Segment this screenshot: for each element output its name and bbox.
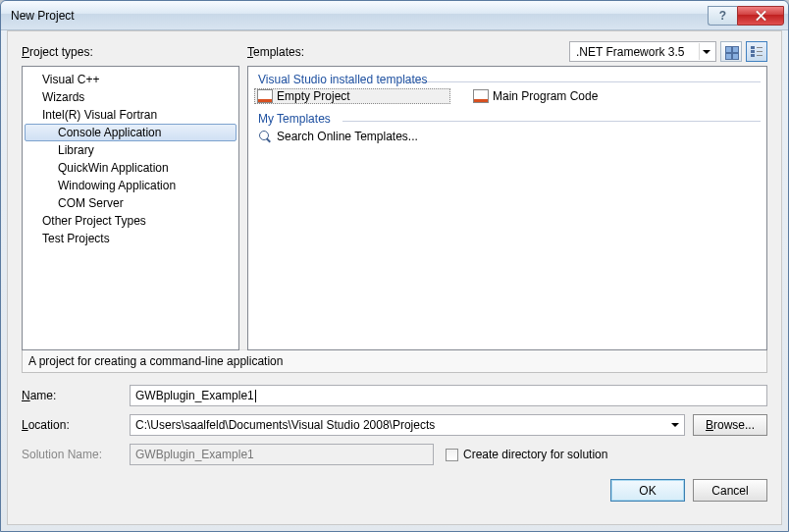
template-label: Main Program Code [493,89,598,103]
chevron-down-icon [699,43,713,60]
cancel-button[interactable]: Cancel [693,479,767,502]
name-input[interactable]: GWBplugin_Example1 [130,385,767,406]
location-combo[interactable]: C:\Users\saalfeld\Documents\Visual Studi… [130,414,685,436]
ok-button[interactable]: OK [610,479,685,502]
template-item-selected[interactable]: Empty Project [254,88,450,104]
description-bar: A project for creating a command-line ap… [22,349,767,373]
templates-pane[interactable]: Visual Studio installed templates Empty … [247,66,767,350]
search-icon [257,129,273,144]
project-types-label: Project types: [22,45,93,59]
tree-item[interactable]: Intel(R) Visual Fortran [25,106,237,124]
grid-icon [725,46,737,58]
solution-name-input: GWBplugin_Example1 [130,444,434,465]
titlebar[interactable]: New Project [1,1,788,30]
create-directory-checkbox[interactable] [446,449,458,461]
tree-item[interactable]: Test Projects [25,230,237,247]
template-item-search-online[interactable]: Search Online Templates... [254,128,450,145]
template-label: Search Online Templates... [277,130,418,143]
create-directory-label: Create directory for solution [463,448,607,461]
view-large-icons-button[interactable] [720,41,742,62]
tree-item[interactable]: COM Server [25,194,237,212]
framework-selected: .NET Framework 3.5 [576,45,699,59]
template-label: Empty Project [277,89,350,103]
framework-combo[interactable]: .NET Framework 3.5 [569,41,716,62]
help-button[interactable] [708,6,737,26]
chevron-down-icon [666,417,684,434]
name-label: Name: [22,389,130,402]
browse-button[interactable]: Browse... [693,414,767,436]
tree-item[interactable]: Visual C++ [25,71,237,88]
solution-name-label: Solution Name: [22,448,130,461]
tree-item[interactable]: Other Project Types [25,212,237,230]
window-title: New Project [11,9,708,23]
close-icon [756,11,765,21]
project-icon [473,89,489,103]
project-icon [257,89,273,103]
new-project-dialog: New Project Project types: Templates: .N… [0,0,789,532]
view-small-icons-button[interactable] [746,41,767,62]
close-button[interactable] [737,6,784,26]
location-value: C:\Users\saalfeld\Documents\Visual Studi… [135,418,435,432]
location-label: Location: [22,418,130,432]
tree-item[interactable]: Wizards [25,88,237,106]
template-group-my: My Templates [254,112,761,126]
tree-item[interactable]: QuickWin Application [25,159,237,177]
template-item[interactable]: Main Program Code [470,88,666,104]
tree-item[interactable]: Library [25,141,237,159]
list-icon [751,46,763,58]
tree-item[interactable]: Windowing Application [25,177,237,194]
template-group-installed: Visual Studio installed templates [254,73,761,86]
templates-label: Templates: [247,45,304,59]
project-types-tree[interactable]: Visual C++ Wizards Intel(R) Visual Fortr… [22,66,239,350]
tree-item-selected[interactable]: Console Application [25,124,237,141]
